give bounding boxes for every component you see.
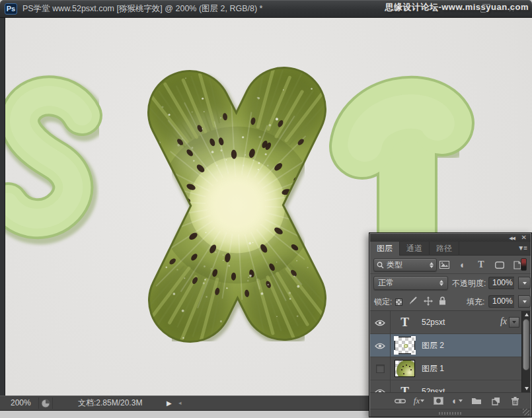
search-icon [377,261,384,269]
pixel-layer-thumbnail[interactable] [395,337,415,354]
panel-button-bar: fx ◐ [370,392,531,409]
letter-x-kiwi [126,57,350,361]
fx-collapse-button[interactable] [509,317,519,328]
scroll-down-arrow[interactable] [522,385,531,392]
opacity-label: 不透明度: [452,274,486,293]
visibility-cell[interactable] [370,334,391,357]
layer-list-scrollbar[interactable] [521,311,530,392]
zoom-level-field[interactable]: 200% [11,396,31,410]
window-title: PS学堂 www.52psxt.com [猕猴桃字效] @ 200% (图层 2… [22,0,262,18]
collapse-panel-icon[interactable]: ◀◀ [509,234,515,242]
lock-transparent-pixels-icon[interactable] [395,298,402,306]
layer-filter-row: 类型 ◐ T [370,256,531,274]
close-panel-icon[interactable]: ✕ [521,234,527,242]
add-layer-mask-icon[interactable] [432,396,444,406]
filter-adjustment-layers-icon[interactable]: ◐ [457,260,469,270]
new-layer-icon[interactable] [490,396,502,406]
filter-type-dropdown[interactable]: 类型 [373,258,437,271]
layer-fx-badge[interactable]: fx [500,316,507,327]
watermark-text: 思缘设计论坛-www.missyuan.com [385,1,529,13]
filter-type-label: 类型 [387,260,402,271]
canvas-edge-frame [0,18,5,396]
document-size-info: 文档:2.85M/20.3M [78,396,142,410]
fill-dropdown-button[interactable] [518,295,531,308]
scroll-up-arrow[interactable] [522,311,531,318]
filter-shape-layers-icon[interactable] [494,260,506,270]
layer-list: T 52psxt fx 图层 2 [370,311,531,392]
layer-name[interactable]: 52psxt [422,380,445,392]
resize-grip-icon[interactable] [523,409,529,415]
status-divider-arrow: ◂ [178,396,182,410]
filter-type-layers-icon[interactable]: T [475,260,487,270]
visibility-cell[interactable] [370,357,391,380]
layer-name[interactable]: 52psxt [422,311,445,334]
lock-row: 锁定: 填充: 100% [370,293,531,311]
kiwi-layer-thumbnail[interactable] [395,360,415,377]
layer-name[interactable]: 图层 1 [422,357,444,380]
layer-style-fx-icon[interactable]: fx [413,396,425,406]
opacity-value[interactable]: 100% [488,277,514,289]
eye-icon [375,343,385,349]
fill-value[interactable]: 100% [488,295,514,308]
scrollbar-thumb[interactable] [523,319,529,370]
document-profile-icon [41,399,50,408]
tab-layers[interactable]: 图层 [370,242,400,256]
status-icon-box[interactable] [38,398,53,409]
text-layer-thumbnail[interactable]: T [395,383,415,392]
photoshop-app-icon: Ps [5,3,17,15]
new-adjustment-layer-icon[interactable]: ◐ [451,396,463,406]
filter-on-off-toggle[interactable] [521,258,527,271]
layer-name[interactable]: 图层 2 [422,334,444,357]
tab-channels[interactable]: 通道 [400,242,430,256]
blend-mode-row: 正常 不透明度: 100% [370,274,531,293]
panel-resize-strip[interactable] [370,409,531,417]
fill-label: 填充: [467,293,484,311]
layer-row-layer1[interactable]: 图层 1 [370,357,531,380]
layer-row-52psxt-bottom[interactable]: T 52psxt [370,380,531,392]
panel-menu-icon[interactable]: ▼≡ [517,244,527,252]
layer-row-layer2[interactable]: 图层 2 [370,334,531,357]
panel-title-bar[interactable]: ◀◀ ✕ [370,234,531,242]
visibility-cell[interactable] [370,311,391,334]
layers-panel: ◀◀ ✕ 图层通道路径 ▼≡ 类型 ◐ T [369,232,532,417]
lock-label: 锁定: [374,293,392,311]
new-group-folder-icon[interactable] [471,396,482,406]
status-flyout-arrow[interactable]: ▶ [167,396,172,410]
thumbnail-content [404,344,408,348]
visibility-cell[interactable] [370,380,391,392]
hidden-eye-checkbox[interactable] [376,365,385,373]
filter-pixel-layers-icon[interactable] [439,260,451,270]
updown-arrows-icon [430,262,434,268]
lock-all-icon[interactable] [439,296,446,307]
lock-image-pixels-icon[interactable] [408,296,418,307]
letter-s [8,96,84,222]
delete-layer-trash-icon[interactable] [509,396,521,406]
link-layers-icon[interactable] [394,396,406,406]
blend-mode-dropdown[interactable]: 正常 [373,276,448,290]
drag-handle-icon[interactable] [439,412,463,415]
tab-paths[interactable]: 路径 [430,242,459,256]
blend-mode-value: 正常 [378,277,394,289]
text-layer-thumbnail[interactable]: T [395,314,415,331]
layer-row-52psxt-top[interactable]: T 52psxt fx [370,311,531,334]
lock-position-icon[interactable] [424,296,433,308]
opacity-dropdown-button[interactable] [518,277,531,289]
updown-arrows-icon [439,280,443,286]
panel-tab-bar: 图层通道路径 ▼≡ [370,242,531,256]
eye-icon [375,320,385,326]
